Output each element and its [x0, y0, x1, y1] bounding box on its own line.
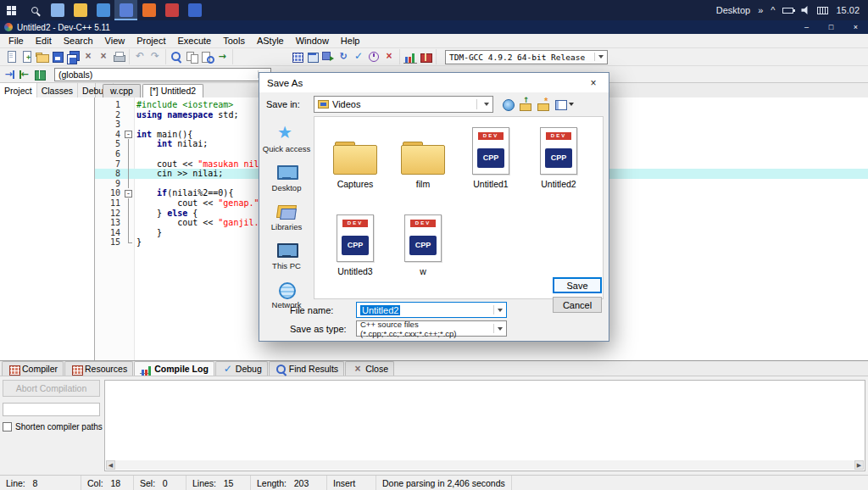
file-item[interactable]: film — [389, 124, 457, 211]
taskbar-app-file-explorer[interactable] — [69, 0, 92, 20]
start-button[interactable] — [0, 0, 23, 20]
dialog-close-icon[interactable]: × — [578, 73, 609, 92]
menu-view[interactable]: View — [99, 35, 131, 47]
compiler-profile-select[interactable]: TDM-GCC 4.9.2 64-bit Release — [445, 50, 608, 64]
view-menu-icon[interactable] — [554, 97, 574, 111]
place-quick-access[interactable]: Quick access — [263, 125, 311, 153]
desktop-toolbar-label[interactable]: Desktop — [716, 5, 750, 15]
goto-definition-icon[interactable] — [17, 67, 32, 82]
place-libraries[interactable]: Libraries — [271, 203, 302, 231]
editor-tab[interactable]: w.cpp — [103, 84, 141, 97]
profiling-analysis-icon[interactable] — [403, 49, 418, 64]
go-to-last-folder-icon[interactable] — [501, 97, 515, 111]
panel-tab-classes[interactable]: Classes — [37, 83, 78, 97]
project-panel[interactable] — [0, 97, 95, 360]
save-icon[interactable] — [50, 49, 65, 64]
file-item[interactable]: DEVCPPUntitled2 — [525, 124, 593, 211]
menu-execute[interactable]: Execute — [171, 35, 217, 47]
taskbar-search-button[interactable] — [23, 0, 46, 20]
line-number: 7 — [95, 159, 124, 170]
file-name-input[interactable]: Untitled2 — [356, 302, 507, 318]
fold-toggle-icon[interactable]: - — [125, 190, 132, 198]
shorten-paths-checkbox[interactable] — [3, 422, 12, 432]
new-project-icon[interactable] — [19, 49, 35, 64]
fold-toggle-icon[interactable]: - — [125, 131, 132, 138]
run-icon[interactable] — [305, 49, 320, 64]
save-button[interactable]: Save — [553, 277, 602, 293]
save-all-icon[interactable] — [65, 49, 81, 64]
replace-icon[interactable] — [184, 49, 199, 64]
up-one-level-icon[interactable] — [519, 97, 532, 111]
file-list[interactable]: CapturesfilmDEVCPPUntitled1DEVCPPUntitle… — [314, 116, 604, 299]
chevrons-icon[interactable]: » — [758, 5, 763, 15]
bottom-tab-close[interactable]: Close — [345, 361, 394, 376]
profile-icon[interactable] — [366, 49, 381, 64]
undo-icon[interactable] — [132, 49, 147, 64]
editor-tab[interactable]: [*] Untitled2 — [142, 84, 203, 97]
tray-expand-icon[interactable]: ^ — [771, 5, 775, 15]
delete-profiling-icon[interactable] — [381, 49, 397, 64]
close-file-icon[interactable] — [81, 49, 96, 64]
file-item[interactable]: Captures — [321, 124, 389, 211]
cancel-button[interactable]: Cancel — [553, 297, 602, 313]
save-in-select[interactable]: Videos — [314, 96, 493, 113]
menu-window[interactable]: Window — [290, 35, 335, 47]
taskbar-app-app-blue[interactable] — [183, 0, 206, 20]
taskbar-clock[interactable]: 15.02 — [836, 5, 860, 15]
redo-icon[interactable] — [147, 49, 163, 64]
bottom-tab-compiler[interactable]: Compiler — [2, 361, 64, 376]
file-item[interactable]: DEVCPPUntitled1 — [457, 124, 525, 211]
menu-project[interactable]: Project — [131, 35, 171, 47]
volume-icon[interactable] — [801, 6, 810, 14]
goto-declaration-icon[interactable] — [2, 67, 17, 82]
menu-file[interactable]: File — [3, 35, 30, 47]
touch-keyboard-icon[interactable] — [817, 7, 828, 14]
menu-tools[interactable]: Tools — [217, 35, 251, 47]
taskbar-app-dev-cpp[interactable] — [114, 0, 137, 20]
place-desktop[interactable]: Desktop — [272, 164, 302, 192]
taskbar-app-app-red[interactable] — [160, 0, 183, 20]
goto-function-icon[interactable] — [32, 67, 47, 82]
menu-search[interactable]: Search — [58, 35, 99, 47]
debug-icon[interactable] — [351, 49, 366, 64]
close-button[interactable]: × — [843, 20, 868, 34]
battery-icon[interactable] — [782, 8, 793, 14]
minimize-button[interactable]: – — [794, 20, 819, 34]
compile-icon[interactable] — [290, 49, 305, 64]
maximize-button[interactable]: □ — [819, 20, 843, 34]
open-project-icon[interactable] — [35, 49, 50, 64]
horizontal-scrollbar[interactable]: ◀ ▶ — [106, 460, 864, 470]
taskbar-app-app-flame[interactable] — [137, 0, 160, 20]
scroll-left-icon[interactable]: ◀ — [106, 460, 115, 470]
goto-line-icon[interactable] — [214, 49, 230, 64]
panel-tab-project[interactable]: Project — [0, 83, 37, 97]
menu-help[interactable]: Help — [335, 35, 366, 47]
globals-select[interactable]: (globals) — [54, 68, 271, 81]
save-as-type-select[interactable]: C++ source files (*.cpp;*.cc;*.cxx;*.c++… — [356, 320, 507, 337]
rebuild-all-icon[interactable] — [336, 49, 351, 64]
file-item[interactable]: DEVCPPUntitled3 — [321, 211, 389, 298]
code-text: cout << "ganjil."; — [135, 218, 270, 228]
menu-edit[interactable]: Edit — [30, 35, 58, 47]
find-next-icon[interactable] — [199, 49, 214, 64]
create-new-folder-icon[interactable] — [537, 97, 550, 111]
taskbar-app-app-video[interactable] — [46, 0, 69, 20]
shorten-paths-option[interactable]: Shorten compiler paths — [3, 422, 100, 432]
bottom-tab-debug[interactable]: Debug — [215, 361, 268, 376]
new-source-icon[interactable] — [4, 49, 19, 64]
bottom-tab-resources[interactable]: Resources — [64, 361, 133, 376]
bottom-tab-compile-log[interactable]: Compile Log — [134, 361, 214, 376]
find-icon[interactable] — [169, 49, 184, 64]
scroll-right-icon[interactable]: ▶ — [854, 460, 864, 470]
print-icon[interactable] — [111, 49, 126, 64]
compile-log-area[interactable]: ◀ ▶ — [104, 380, 865, 471]
file-item[interactable]: DEVCPPw — [389, 211, 457, 298]
menu-astyle[interactable]: AStyle — [251, 35, 290, 47]
compile-and-run-icon[interactable] — [320, 49, 336, 64]
package-manager-icon[interactable] — [418, 49, 433, 64]
close-all-icon[interactable] — [96, 49, 111, 64]
place-this-pc[interactable]: This PC — [272, 242, 301, 270]
taskbar-app-app-store[interactable] — [92, 0, 114, 20]
bottom-tab-find-results[interactable]: Find Results — [269, 361, 344, 376]
place-network[interactable]: Network — [272, 281, 302, 309]
